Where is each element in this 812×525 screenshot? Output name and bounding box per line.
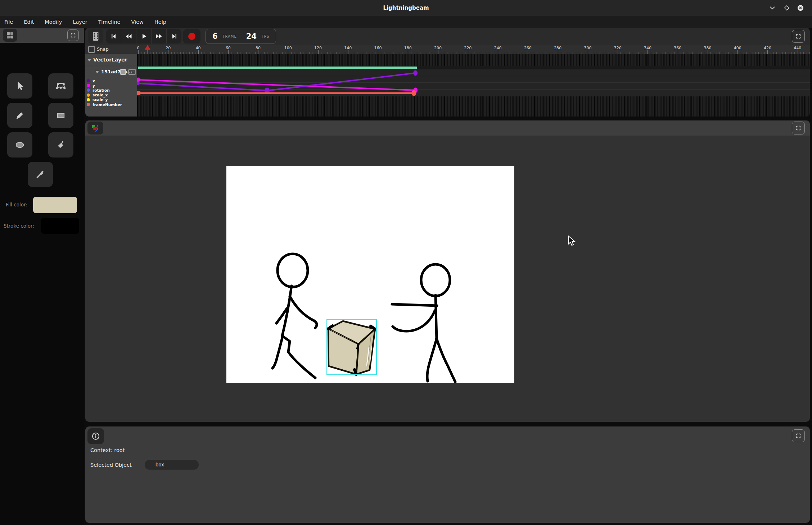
ruler-label: 20 (161, 46, 175, 50)
ruler-tick (288, 50, 288, 54)
snap-label: Snap (97, 46, 109, 52)
info-icon (91, 432, 100, 440)
rewind-icon (125, 33, 132, 40)
property-row-y[interactable]: y (87, 83, 95, 88)
menu-file[interactable]: File (4, 19, 13, 25)
layer-badge: [L] (122, 58, 127, 63)
collapse-triangle-icon[interactable] (95, 71, 99, 73)
timeline-expand-button[interactable] (792, 30, 805, 43)
pencil-tool-button[interactable] (7, 103, 32, 128)
frame-counter: 6 FRAME 24 FPS (206, 29, 276, 44)
frames-track-bottom[interactable] (137, 96, 810, 117)
keyframe-dot[interactable] (137, 78, 140, 82)
stroke-color-swatch[interactable] (41, 218, 79, 234)
ruler-label: 420 (760, 46, 775, 50)
property-row-scale_y[interactable]: scale_y (87, 97, 108, 102)
record-button[interactable] (183, 29, 200, 44)
play-icon (141, 33, 147, 40)
snap-checkbox[interactable] (88, 46, 95, 53)
fill-color-swatch[interactable] (33, 197, 77, 213)
collapse-triangle-icon[interactable] (87, 59, 91, 61)
ruler-label: 280 (551, 46, 565, 50)
info-expand-button[interactable] (792, 429, 805, 442)
timeline-ruler[interactable]: 0204060801001201401601802002202402602803… (85, 45, 810, 54)
film-button[interactable] (88, 29, 103, 44)
keyframe-dot[interactable] (137, 82, 140, 86)
object-row[interactable]: 151ad70a... ~ (85, 67, 137, 78)
object-name: 151ad70a... (101, 69, 132, 74)
ruler-label: 180 (401, 46, 415, 50)
playhead[interactable] (145, 45, 150, 54)
property-row-rotation[interactable]: rotation (87, 88, 110, 92)
skip-end-button[interactable] (167, 29, 181, 44)
ruler-tick (138, 50, 139, 54)
ruler-tick (678, 50, 678, 54)
maximize-icon[interactable] (783, 5, 790, 11)
ellipse-icon (14, 140, 25, 150)
ruler-label: 60 (221, 46, 235, 50)
menu-edit[interactable]: Edit (24, 19, 34, 25)
menu-bar: File Edit Modify Layer Timeline View Hel… (0, 16, 812, 28)
expand-icon (70, 32, 76, 38)
menu-modify[interactable]: Modify (45, 19, 62, 25)
mouse-cursor (568, 236, 577, 246)
menu-layer[interactable]: Layer (73, 19, 87, 25)
keyframe-curves[interactable] (137, 69, 810, 96)
timeline-toolbar: 6 FRAME 24 FPS (85, 28, 810, 45)
transport-controls (106, 29, 181, 44)
info-panel: Context: root Selected Object box (85, 426, 810, 523)
keyframe-dot[interactable] (137, 91, 140, 95)
canvas-expand-button[interactable] (792, 122, 805, 134)
node-tool-button[interactable] (48, 73, 73, 99)
timeline-panel: 6 FRAME 24 FPS 0204060801001201401601802… (85, 28, 810, 117)
stick-figure-left[interactable] (272, 254, 317, 378)
stick-figure-right[interactable] (392, 264, 455, 382)
ruler-tick (378, 50, 378, 54)
keyframe-dot[interactable] (413, 70, 418, 76)
selected-object-value[interactable]: box (145, 460, 199, 470)
bucket-tool-button[interactable] (48, 132, 73, 158)
keyframe-dot[interactable] (411, 90, 416, 96)
ruler-label: 400 (730, 46, 745, 50)
menu-view[interactable]: View (131, 19, 144, 25)
paint-bucket-icon (55, 140, 66, 150)
frames-track-top[interactable] (137, 54, 810, 66)
panel-grid-button[interactable] (3, 29, 17, 42)
close-icon[interactable] (797, 5, 804, 11)
ruler-label: 380 (700, 46, 715, 50)
menu-timeline[interactable]: Timeline (98, 19, 121, 25)
select-tool-button[interactable] (7, 73, 32, 99)
property-row-frameNumber[interactable]: frameNumber (87, 102, 122, 107)
box-object[interactable] (328, 321, 375, 374)
layer-row[interactable]: VectorLayer [L] (85, 55, 137, 66)
canvas-panel (85, 120, 810, 422)
property-label: x (93, 79, 95, 83)
rectangle-tool-button[interactable] (48, 103, 73, 128)
ruler-label: 300 (581, 46, 595, 50)
fast-forward-button[interactable] (152, 29, 167, 44)
skip-start-button[interactable] (106, 29, 121, 44)
rewind-button[interactable] (121, 29, 136, 44)
play-button[interactable] (136, 29, 152, 44)
ruler-tick (468, 50, 468, 54)
property-row-scale_x[interactable]: scale_x (87, 93, 108, 97)
info-button[interactable] (87, 428, 104, 444)
object-visibility-button[interactable] (120, 69, 126, 75)
expand-icon (795, 125, 801, 131)
tools-expand-button[interactable] (67, 29, 79, 41)
stage-canvas[interactable] (226, 166, 514, 383)
minimize-icon[interactable] (769, 5, 776, 11)
layer-list: VectorLayer [L] 151ad70a... ~ xyrotation… (85, 54, 137, 117)
eyedropper-tool-button[interactable] (28, 162, 53, 187)
canvas-mode-button[interactable] (87, 122, 103, 134)
ruler-label: 100 (281, 46, 295, 50)
ruler-tick (318, 50, 319, 54)
menu-help[interactable]: Help (154, 19, 166, 25)
property-row-x[interactable]: x (87, 78, 95, 83)
ruler-tick (618, 50, 618, 54)
object-tween-button[interactable]: ~ (128, 69, 136, 75)
ruler-tick (588, 50, 588, 54)
keyframe-curve-zone[interactable] (137, 69, 810, 96)
layer-duration-bar[interactable] (138, 67, 417, 69)
ellipse-tool-button[interactable] (7, 132, 32, 158)
